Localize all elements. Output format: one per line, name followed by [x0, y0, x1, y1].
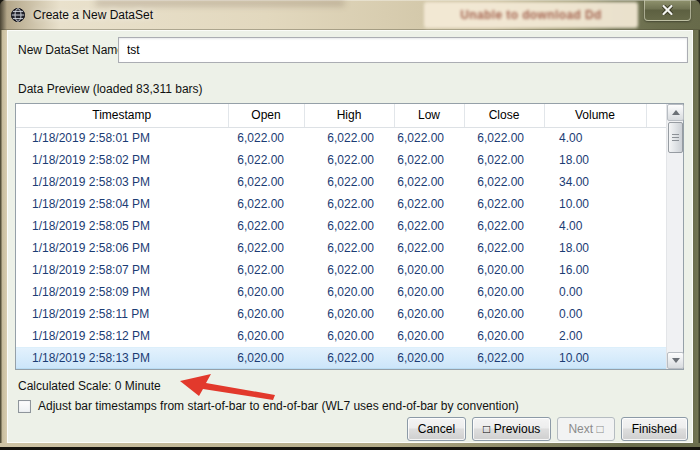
cell: 6,020.00 — [394, 325, 464, 347]
adjust-checkbox-label: Adjust bar timestamps from start-of-bar … — [38, 399, 519, 413]
arrow-up-icon — [672, 110, 680, 115]
cell: 1/18/2019 2:58:07 PM — [16, 259, 228, 281]
vertical-scrollbar[interactable] — [666, 104, 683, 369]
column-header-high[interactable]: High — [304, 104, 394, 127]
cell: 6,020.00 — [228, 325, 304, 347]
table-row[interactable]: 1/18/2019 2:58:09 PM6,020.006,020.006,02… — [16, 281, 666, 303]
table-row[interactable]: 1/18/2019 2:58:03 PM6,022.006,022.006,02… — [16, 171, 666, 193]
close-icon — [662, 5, 673, 15]
adjust-timestamps-row: Adjust bar timestamps from start-of-bar … — [18, 399, 519, 413]
cell: 6,022.00 — [228, 171, 304, 193]
cell: 10.00 — [544, 347, 646, 369]
column-header-low[interactable]: Low — [394, 104, 464, 127]
cell: 16.00 — [544, 259, 646, 281]
scrollbar-thumb[interactable] — [668, 122, 683, 153]
cell: 6,020.00 — [394, 303, 464, 325]
arrow-down-icon — [672, 358, 680, 363]
cell-filler — [646, 193, 666, 215]
cell: 6,022.00 — [304, 215, 394, 237]
cell-filler — [646, 303, 666, 325]
dialog-client-area: New DataSet Name: Data Preview (loaded 8… — [7, 30, 693, 443]
column-header-timestamp[interactable]: Timestamp — [16, 104, 228, 127]
cell-filler — [646, 171, 666, 193]
cell: 6,022.00 — [464, 171, 544, 193]
cell: 6,022.00 — [394, 149, 464, 171]
cell: 6,022.00 — [464, 149, 544, 171]
cancel-button[interactable]: Cancel — [407, 417, 466, 441]
cell: 6,020.00 — [228, 281, 304, 303]
cell: 6,022.00 — [228, 149, 304, 171]
cell: 6,022.00 — [394, 215, 464, 237]
cell: 6,022.00 — [304, 259, 394, 281]
dataset-name-input[interactable] — [118, 37, 688, 63]
scroll-up-button[interactable] — [667, 104, 684, 121]
dialog-create-new-dataset: Unable to download Dd Create a New DataS… — [0, 0, 700, 450]
next-button: Next □ — [557, 417, 614, 441]
globe-icon — [10, 7, 26, 23]
table-row[interactable]: 1/18/2019 2:58:07 PM6,022.006,022.006,02… — [16, 259, 666, 281]
cell: 6,020.00 — [394, 281, 464, 303]
cell: 6,022.00 — [464, 193, 544, 215]
window-frame-bottom — [0, 443, 700, 450]
scroll-down-button[interactable] — [667, 352, 684, 369]
table-row[interactable]: 1/18/2019 2:58:01 PM6,022.006,022.006,02… — [16, 127, 666, 149]
cell: 34.00 — [544, 171, 646, 193]
cell: 6,022.00 — [394, 171, 464, 193]
cell: 18.00 — [544, 237, 646, 259]
data-preview-label: Data Preview (loaded 83,311 bars) — [18, 82, 203, 96]
table-row[interactable]: 1/18/2019 2:58:04 PM6,022.006,022.006,02… — [16, 193, 666, 215]
table-body: 1/18/2019 2:58:01 PM6,022.006,022.006,02… — [16, 127, 666, 369]
calculated-scale-label: Calculated Scale: — [18, 379, 111, 393]
cell-filler — [646, 237, 666, 259]
table-row[interactable]: 1/18/2019 2:58:13 PM6,020.006,022.006,02… — [16, 347, 666, 369]
cell: 6,022.00 — [464, 237, 544, 259]
adjust-checkbox[interactable] — [18, 400, 31, 413]
previous-button[interactable]: □ Previous — [472, 417, 551, 441]
finished-button[interactable]: Finished — [621, 417, 688, 441]
window-frame-right — [693, 30, 700, 450]
cell: 1/18/2019 2:58:01 PM — [16, 127, 228, 149]
cell: 6,020.00 — [304, 325, 394, 347]
cell: 6,022.00 — [464, 347, 544, 369]
cell: 6,022.00 — [394, 237, 464, 259]
cell: 6,020.00 — [304, 303, 394, 325]
cell: 6,022.00 — [394, 193, 464, 215]
column-header-close[interactable]: Close — [464, 104, 544, 127]
cell: 4.00 — [544, 127, 646, 149]
cell: 6,020.00 — [228, 347, 304, 369]
cell-filler — [646, 347, 666, 369]
cell: 6,022.00 — [464, 215, 544, 237]
cell: 6,022.00 — [394, 127, 464, 149]
close-button[interactable] — [644, 0, 691, 21]
dataset-name-label: New DataSet Name: — [18, 43, 127, 57]
column-header-volume[interactable]: Volume — [544, 104, 646, 127]
cell: 0.00 — [544, 281, 646, 303]
cell: 1/18/2019 2:58:11 PM — [16, 303, 228, 325]
table-row[interactable]: 1/18/2019 2:58:05 PM6,022.006,022.006,02… — [16, 215, 666, 237]
cell: 6,022.00 — [228, 127, 304, 149]
cell: 1/18/2019 2:58:13 PM — [16, 347, 228, 369]
window-frame-left — [0, 30, 7, 450]
data-preview-grid: TimestampOpenHighLowCloseVolume 1/18/201… — [15, 103, 684, 370]
data-table: TimestampOpenHighLowCloseVolume 1/18/201… — [16, 104, 666, 369]
background-tooltip-text: Unable to download Dd — [460, 8, 602, 22]
table-row[interactable]: 1/18/2019 2:58:06 PM6,022.006,022.006,02… — [16, 237, 666, 259]
cell: 6,020.00 — [304, 281, 394, 303]
cell: 6,020.00 — [464, 325, 544, 347]
cell-filler — [646, 259, 666, 281]
cell: 18.00 — [544, 149, 646, 171]
window-title: Create a New DataSet — [33, 8, 153, 22]
table-row[interactable]: 1/18/2019 2:58:11 PM6,020.006,020.006,02… — [16, 303, 666, 325]
cell: 6,020.00 — [464, 303, 544, 325]
cell: 1/18/2019 2:58:03 PM — [16, 171, 228, 193]
table-row[interactable]: 1/18/2019 2:58:12 PM6,020.006,020.006,02… — [16, 325, 666, 347]
title-bar[interactable]: Unable to download Dd Create a New DataS… — [0, 0, 700, 30]
cell: 6,022.00 — [228, 259, 304, 281]
cell: 2.00 — [544, 325, 646, 347]
table-row[interactable]: 1/18/2019 2:58:02 PM6,022.006,022.006,02… — [16, 149, 666, 171]
calculated-scale-text: Calculated Scale: 0 Minute — [18, 379, 161, 393]
cell: 6,020.00 — [464, 259, 544, 281]
cell: 6,020.00 — [394, 347, 464, 369]
header-row: TimestampOpenHighLowCloseVolume — [16, 104, 666, 127]
column-header-open[interactable]: Open — [228, 104, 304, 127]
